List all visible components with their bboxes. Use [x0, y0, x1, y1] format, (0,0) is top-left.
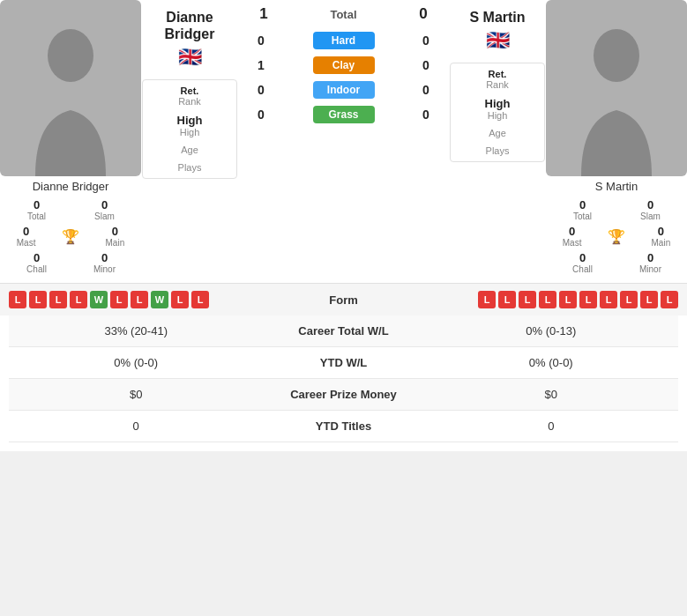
right-rank-box: Ret. Rank High High Age Plays	[450, 63, 545, 162]
stats-table: 33% (20-41) Career Total W/L 0% (0-13) 0…	[9, 315, 678, 442]
right-total-score: 0	[410, 5, 437, 23]
stat-right-2: $0	[424, 379, 678, 411]
svg-point-0	[48, 29, 93, 82]
left-stats-grid: 0 Total 0 Slam	[0, 197, 141, 223]
form-badge-right: L	[661, 291, 678, 308]
left-player-box: Dianne Bridger 0 Total 0 Slam 0 Mast 🏆	[0, 0, 141, 276]
right-player-photo	[546, 0, 687, 176]
indoor-score-right: 0	[414, 83, 438, 97]
indoor-badge: Indoor	[313, 81, 375, 99]
form-badge-left: L	[131, 291, 148, 308]
left-player-name: Dianne Bridger	[33, 180, 109, 193]
left-silhouette-icon	[18, 22, 123, 176]
form-badge-left: W	[90, 291, 108, 308]
clay-badge: Clay	[313, 56, 375, 74]
stats-table-row: 33% (20-41) Career Total W/L 0% (0-13)	[9, 315, 678, 347]
right-silhouette-icon	[564, 22, 669, 176]
comparison-section: Dianne Bridger 0 Total 0 Slam 0 Mast 🏆	[0, 0, 687, 276]
clay-score-left: 1	[249, 58, 273, 72]
left-form-badges: LLLLWLLWLL	[9, 291, 291, 308]
left-total-stat: 0 Total	[4, 198, 70, 221]
left-chall-stat: 0 Chall	[4, 251, 70, 274]
center-stats-panel: 1 Total 0 0 Hard 0 1 Clay 0 0 Indoor 0	[238, 0, 449, 276]
right-total-stat: 0 Total	[549, 198, 616, 221]
indoor-row: 0 Indoor 0	[242, 78, 445, 102]
right-high-label: High	[454, 110, 541, 121]
left-mast-stat: 0 Mast	[17, 225, 36, 248]
right-chall-stat: 0 Chall	[549, 251, 616, 274]
left-player-info-panel: Dianne Bridger 🇬🇧 Ret. Rank High High Ag…	[141, 0, 238, 276]
form-badge-right: L	[519, 291, 536, 308]
right-player-info-panel: S Martin 🇬🇧 Ret. Rank High High Age Play…	[449, 0, 546, 276]
form-badge-left: L	[9, 291, 26, 308]
left-main-stat: 0 Main	[106, 225, 125, 248]
grass-score-left: 0	[249, 108, 273, 122]
right-trophy-row: 0 Mast 🏆 0 Main	[546, 223, 687, 249]
grass-badge: Grass	[313, 106, 375, 123]
form-badge-right: L	[620, 291, 638, 308]
right-flag: 🇬🇧	[486, 29, 510, 52]
hard-badge: Hard	[313, 32, 375, 49]
right-player-box: S Martin 0 Total 0 Slam 0 Mast 🏆 0	[546, 0, 687, 276]
stat-right-1: 0% (0-0)	[424, 347, 678, 379]
stats-table-row: $0 Career Prize Money $0	[9, 379, 678, 411]
right-trophy-icon: 🏆	[608, 228, 625, 245]
hard-score-right: 0	[414, 33, 438, 48]
stat-left-1: 0% (0-0)	[9, 347, 263, 379]
total-label: Total	[277, 8, 410, 21]
right-rank-label: Rank	[454, 79, 541, 90]
hard-score-left: 0	[249, 33, 273, 48]
form-badge-right: L	[559, 291, 577, 308]
right-high-value: High	[454, 97, 541, 110]
stat-center-3: YTD Titles	[263, 411, 423, 442]
left-total-score: 1	[250, 5, 277, 23]
stats-table-row: 0 YTD Titles 0	[9, 411, 678, 442]
bottom-section: 33% (20-41) Career Total W/L 0% (0-13) 0…	[0, 315, 687, 451]
indoor-score-left: 0	[249, 83, 273, 97]
main-container: Dianne Bridger 0 Total 0 Slam 0 Mast 🏆	[0, 0, 687, 451]
form-badge-right: L	[478, 291, 496, 308]
stat-center-1: YTD W/L	[263, 347, 423, 379]
right-rank-value: Ret.	[454, 69, 541, 79]
stat-center-0: Career Total W/L	[263, 315, 423, 347]
stat-left-3: 0	[9, 411, 263, 442]
form-row: LLLLWLLWLL Form LLLLLLLLLL	[0, 283, 687, 315]
stat-left-2: $0	[9, 379, 263, 411]
grass-row: 0 Grass 0	[242, 102, 445, 127]
left-plays-label: Plays	[146, 162, 233, 173]
form-badge-left: L	[70, 291, 87, 308]
form-badge-left: L	[49, 291, 67, 308]
form-badge-left: L	[29, 291, 47, 308]
form-badge-right: L	[498, 291, 516, 308]
left-high-label: High	[146, 127, 233, 137]
stat-center-2: Career Prize Money	[263, 379, 423, 411]
left-trophy-row: 0 Mast 🏆 0 Main	[0, 223, 141, 249]
clay-row: 1 Clay 0	[242, 53, 445, 78]
stat-right-3: 0	[424, 411, 678, 442]
form-badge-right: L	[640, 291, 658, 308]
form-label: Form	[291, 293, 397, 307]
left-player-photo	[0, 0, 141, 176]
stat-right-0: 0% (0-13)	[424, 315, 678, 347]
left-bottom-stats-grid: 0 Chall 0 Minor	[0, 249, 141, 276]
left-rank-value: Ret.	[146, 85, 233, 96]
right-player-name-header: S Martin	[469, 9, 525, 26]
right-mast-stat: 0 Mast	[563, 225, 582, 248]
stat-left-0: 33% (20-41)	[9, 315, 263, 347]
clay-score-right: 0	[414, 58, 438, 72]
left-flag: 🇬🇧	[178, 46, 202, 69]
stats-table-row: 0% (0-0) YTD W/L 0% (0-0)	[9, 347, 678, 379]
left-rank-box: Ret. Rank High High Age Plays	[142, 79, 237, 179]
right-minor-stat: 0 Minor	[617, 251, 683, 274]
right-player-name: S Martin	[595, 180, 638, 193]
grass-score-right: 0	[414, 108, 438, 122]
right-age-label: Age	[454, 128, 541, 138]
svg-point-1	[594, 29, 639, 82]
right-slam-stat: 0 Slam	[617, 198, 683, 221]
hard-row: 0 Hard 0	[242, 28, 445, 53]
right-stats-grid: 0 Total 0 Slam	[546, 197, 687, 223]
right-main-stat: 0 Main	[652, 225, 671, 248]
right-bottom-stats-grid: 0 Chall 0 Minor	[546, 249, 687, 276]
total-score-row: 1 Total 0	[242, 0, 445, 28]
form-badge-left: L	[110, 291, 128, 308]
